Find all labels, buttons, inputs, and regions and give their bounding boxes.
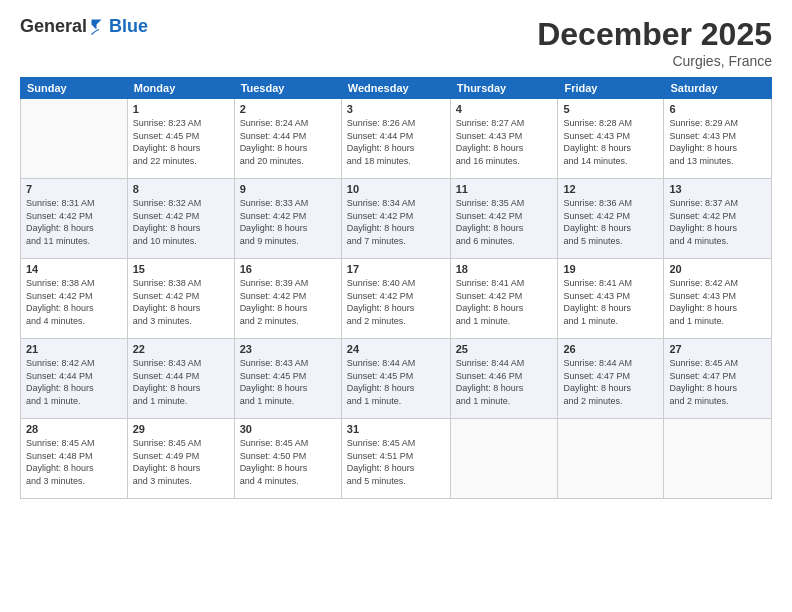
calendar-week-row: 7Sunrise: 8:31 AM Sunset: 4:42 PM Daylig…: [21, 179, 772, 259]
cell-date: 14: [26, 263, 122, 275]
table-row: 26Sunrise: 8:44 AM Sunset: 4:47 PM Dayli…: [558, 339, 664, 419]
calendar-week-row: 1Sunrise: 8:23 AM Sunset: 4:45 PM Daylig…: [21, 99, 772, 179]
col-wednesday: Wednesday: [341, 78, 450, 99]
cell-date: 24: [347, 343, 445, 355]
cell-date: 23: [240, 343, 336, 355]
cell-info: Sunrise: 8:26 AM Sunset: 4:44 PM Dayligh…: [347, 117, 445, 167]
cell-date: 29: [133, 423, 229, 435]
cell-date: 9: [240, 183, 336, 195]
cell-date: 16: [240, 263, 336, 275]
cell-info: Sunrise: 8:44 AM Sunset: 4:45 PM Dayligh…: [347, 357, 445, 407]
cell-date: 28: [26, 423, 122, 435]
logo: General Blue: [20, 16, 148, 37]
cell-info: Sunrise: 8:44 AM Sunset: 4:47 PM Dayligh…: [563, 357, 658, 407]
cell-info: Sunrise: 8:40 AM Sunset: 4:42 PM Dayligh…: [347, 277, 445, 327]
logo-text: General Blue: [20, 16, 148, 37]
cell-date: 17: [347, 263, 445, 275]
table-row: 18Sunrise: 8:41 AM Sunset: 4:42 PM Dayli…: [450, 259, 558, 339]
table-row: 10Sunrise: 8:34 AM Sunset: 4:42 PM Dayli…: [341, 179, 450, 259]
col-sunday: Sunday: [21, 78, 128, 99]
table-row: 14Sunrise: 8:38 AM Sunset: 4:42 PM Dayli…: [21, 259, 128, 339]
cell-date: 3: [347, 103, 445, 115]
cell-info: Sunrise: 8:36 AM Sunset: 4:42 PM Dayligh…: [563, 197, 658, 247]
cell-info: Sunrise: 8:42 AM Sunset: 4:44 PM Dayligh…: [26, 357, 122, 407]
cell-date: 4: [456, 103, 553, 115]
table-row: 31Sunrise: 8:45 AM Sunset: 4:51 PM Dayli…: [341, 419, 450, 499]
cell-date: 20: [669, 263, 766, 275]
table-row: 21Sunrise: 8:42 AM Sunset: 4:44 PM Dayli…: [21, 339, 128, 419]
table-row: 30Sunrise: 8:45 AM Sunset: 4:50 PM Dayli…: [234, 419, 341, 499]
table-row: 15Sunrise: 8:38 AM Sunset: 4:42 PM Dayli…: [127, 259, 234, 339]
cell-date: 8: [133, 183, 229, 195]
table-row: 17Sunrise: 8:40 AM Sunset: 4:42 PM Dayli…: [341, 259, 450, 339]
table-row: 24Sunrise: 8:44 AM Sunset: 4:45 PM Dayli…: [341, 339, 450, 419]
cell-date: 27: [669, 343, 766, 355]
table-row: [21, 99, 128, 179]
cell-date: 21: [26, 343, 122, 355]
cell-info: Sunrise: 8:32 AM Sunset: 4:42 PM Dayligh…: [133, 197, 229, 247]
cell-info: Sunrise: 8:38 AM Sunset: 4:42 PM Dayligh…: [133, 277, 229, 327]
table-row: [450, 419, 558, 499]
cell-date: 10: [347, 183, 445, 195]
table-row: 20Sunrise: 8:42 AM Sunset: 4:43 PM Dayli…: [664, 259, 772, 339]
table-row: 22Sunrise: 8:43 AM Sunset: 4:44 PM Dayli…: [127, 339, 234, 419]
table-row: 16Sunrise: 8:39 AM Sunset: 4:42 PM Dayli…: [234, 259, 341, 339]
cell-info: Sunrise: 8:41 AM Sunset: 4:43 PM Dayligh…: [563, 277, 658, 327]
table-row: 19Sunrise: 8:41 AM Sunset: 4:43 PM Dayli…: [558, 259, 664, 339]
cell-info: Sunrise: 8:27 AM Sunset: 4:43 PM Dayligh…: [456, 117, 553, 167]
col-thursday: Thursday: [450, 78, 558, 99]
table-row: 11Sunrise: 8:35 AM Sunset: 4:42 PM Dayli…: [450, 179, 558, 259]
cell-date: 25: [456, 343, 553, 355]
table-row: 6Sunrise: 8:29 AM Sunset: 4:43 PM Daylig…: [664, 99, 772, 179]
header: General Blue December 2025 Curgies, Fran…: [20, 16, 772, 69]
table-row: 8Sunrise: 8:32 AM Sunset: 4:42 PM Daylig…: [127, 179, 234, 259]
cell-info: Sunrise: 8:38 AM Sunset: 4:42 PM Dayligh…: [26, 277, 122, 327]
cell-info: Sunrise: 8:43 AM Sunset: 4:44 PM Dayligh…: [133, 357, 229, 407]
cell-info: Sunrise: 8:41 AM Sunset: 4:42 PM Dayligh…: [456, 277, 553, 327]
calendar-header-row: Sunday Monday Tuesday Wednesday Thursday…: [21, 78, 772, 99]
cell-date: 31: [347, 423, 445, 435]
cell-info: Sunrise: 8:39 AM Sunset: 4:42 PM Dayligh…: [240, 277, 336, 327]
cell-date: 7: [26, 183, 122, 195]
cell-date: 30: [240, 423, 336, 435]
table-row: 9Sunrise: 8:33 AM Sunset: 4:42 PM Daylig…: [234, 179, 341, 259]
calendar-week-row: 14Sunrise: 8:38 AM Sunset: 4:42 PM Dayli…: [21, 259, 772, 339]
calendar-week-row: 21Sunrise: 8:42 AM Sunset: 4:44 PM Dayli…: [21, 339, 772, 419]
table-row: 23Sunrise: 8:43 AM Sunset: 4:45 PM Dayli…: [234, 339, 341, 419]
cell-info: Sunrise: 8:44 AM Sunset: 4:46 PM Dayligh…: [456, 357, 553, 407]
logo-bird-icon: [89, 17, 109, 37]
logo-general: General: [20, 16, 87, 37]
table-row: [664, 419, 772, 499]
cell-info: Sunrise: 8:43 AM Sunset: 4:45 PM Dayligh…: [240, 357, 336, 407]
table-row: 25Sunrise: 8:44 AM Sunset: 4:46 PM Dayli…: [450, 339, 558, 419]
cell-info: Sunrise: 8:29 AM Sunset: 4:43 PM Dayligh…: [669, 117, 766, 167]
cell-info: Sunrise: 8:28 AM Sunset: 4:43 PM Dayligh…: [563, 117, 658, 167]
cell-date: 2: [240, 103, 336, 115]
cell-date: 1: [133, 103, 229, 115]
cell-date: 18: [456, 263, 553, 275]
cell-info: Sunrise: 8:45 AM Sunset: 4:51 PM Dayligh…: [347, 437, 445, 487]
cell-info: Sunrise: 8:42 AM Sunset: 4:43 PM Dayligh…: [669, 277, 766, 327]
cell-info: Sunrise: 8:23 AM Sunset: 4:45 PM Dayligh…: [133, 117, 229, 167]
cell-info: Sunrise: 8:37 AM Sunset: 4:42 PM Dayligh…: [669, 197, 766, 247]
location: Curgies, France: [537, 53, 772, 69]
col-friday: Friday: [558, 78, 664, 99]
col-monday: Monday: [127, 78, 234, 99]
table-row: 7Sunrise: 8:31 AM Sunset: 4:42 PM Daylig…: [21, 179, 128, 259]
cell-date: 26: [563, 343, 658, 355]
table-row: 13Sunrise: 8:37 AM Sunset: 4:42 PM Dayli…: [664, 179, 772, 259]
cell-info: Sunrise: 8:24 AM Sunset: 4:44 PM Dayligh…: [240, 117, 336, 167]
table-row: 4Sunrise: 8:27 AM Sunset: 4:43 PM Daylig…: [450, 99, 558, 179]
cell-date: 15: [133, 263, 229, 275]
table-row: 3Sunrise: 8:26 AM Sunset: 4:44 PM Daylig…: [341, 99, 450, 179]
table-row: 12Sunrise: 8:36 AM Sunset: 4:42 PM Dayli…: [558, 179, 664, 259]
title-block: December 2025 Curgies, France: [537, 16, 772, 69]
cell-date: 6: [669, 103, 766, 115]
cell-date: 12: [563, 183, 658, 195]
col-tuesday: Tuesday: [234, 78, 341, 99]
cell-info: Sunrise: 8:33 AM Sunset: 4:42 PM Dayligh…: [240, 197, 336, 247]
cell-info: Sunrise: 8:45 AM Sunset: 4:49 PM Dayligh…: [133, 437, 229, 487]
table-row: 29Sunrise: 8:45 AM Sunset: 4:49 PM Dayli…: [127, 419, 234, 499]
cell-info: Sunrise: 8:35 AM Sunset: 4:42 PM Dayligh…: [456, 197, 553, 247]
table-row: 27Sunrise: 8:45 AM Sunset: 4:47 PM Dayli…: [664, 339, 772, 419]
